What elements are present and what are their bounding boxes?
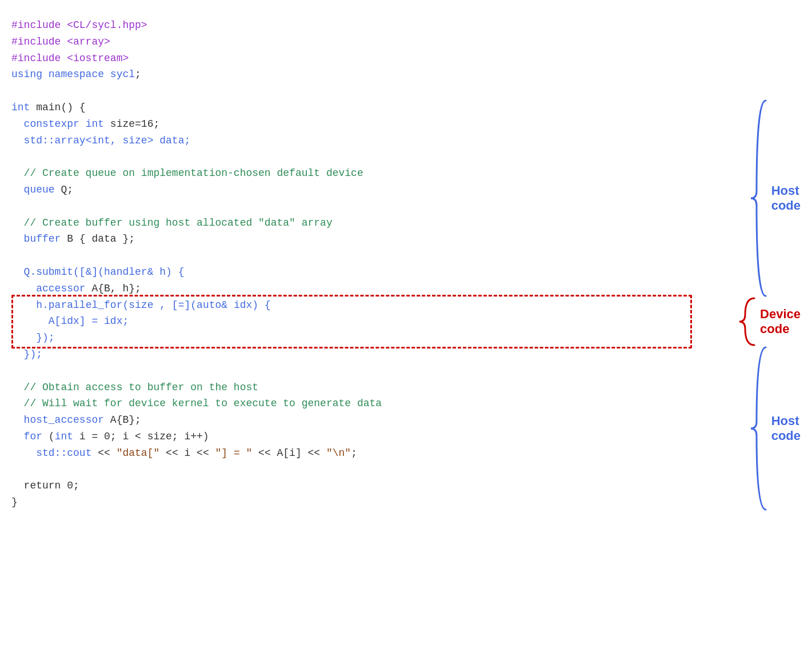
code-line: queue Q; (11, 182, 686, 198)
code-line: A[idx] = idx; (11, 313, 686, 330)
brace-svg (750, 99, 767, 297)
code-line: accessor A{B, h}; (11, 281, 686, 297)
code-line: }); (11, 330, 686, 346)
code-line: // Create queue on implementation-chosen… (11, 165, 686, 182)
brace-svg (738, 297, 755, 346)
brace-svg (750, 346, 767, 511)
code-line (11, 462, 686, 478)
brace-label: Hostcode (771, 183, 801, 214)
code-line: int main() { (11, 99, 686, 116)
code-line: std::cout << "data[" << i << "] = " << A… (11, 445, 686, 462)
code-line: Q.submit([&](handler& h) { (11, 264, 686, 281)
brace-annotation: Hostcode (750, 99, 801, 297)
code-line: #include <iostream> (11, 50, 686, 67)
code-line: using namespace sycl; (11, 66, 686, 83)
code-line: return 0; (11, 478, 686, 494)
code-line: // Will wait for device kernel to execut… (11, 395, 686, 412)
brace-annotation: Devicecode (738, 297, 801, 346)
brace-annotation: Hostcode (750, 346, 801, 511)
code-line: buffer B { data }; (11, 231, 686, 247)
brace-label: Devicecode (760, 307, 801, 337)
code-line: h.parallel_for(size , [=](auto& idx) { (11, 297, 686, 314)
code-line (11, 198, 686, 215)
code-container: #include <CL/sycl.hpp>#include <array>#i… (11, 17, 801, 511)
code-line: } (11, 494, 686, 511)
code-line: }); (11, 346, 686, 363)
code-line (11, 149, 686, 165)
brace-label: Hostcode (771, 414, 801, 444)
code-block: #include <CL/sycl.hpp>#include <array>#i… (11, 17, 686, 511)
code-line: #include <array> (11, 34, 686, 50)
code-line: #include <CL/sycl.hpp> (11, 17, 686, 34)
code-line: for (int i = 0; i < size; i++) (11, 428, 686, 445)
code-line: host_accessor A{B}; (11, 412, 686, 428)
code-line: // Create buffer using host allocated "d… (11, 215, 686, 231)
code-line: constexpr int size=16; (11, 116, 686, 133)
code-line (11, 363, 686, 379)
code-line: std::array<int, size> data; (11, 133, 686, 149)
code-line (11, 247, 686, 264)
code-line (11, 83, 686, 99)
code-line: // Obtain access to buffer on the host (11, 379, 686, 396)
